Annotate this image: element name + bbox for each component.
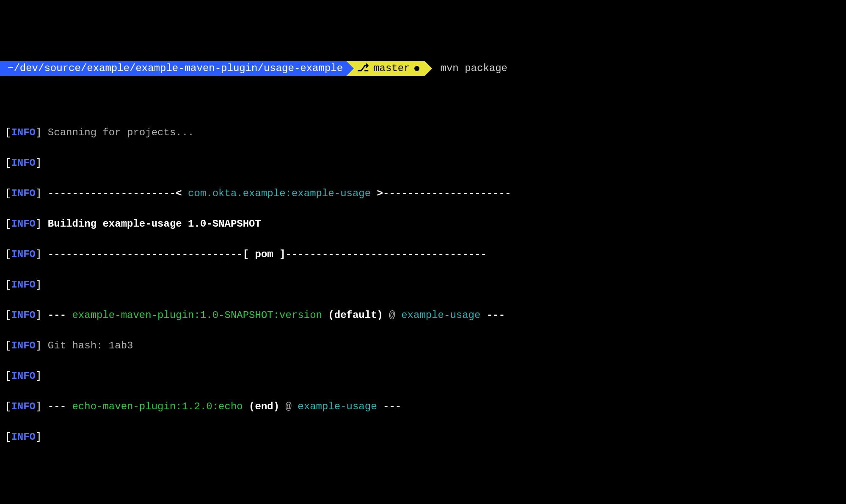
plugin-end: (end)	[243, 401, 279, 412]
info-tag: INFO	[11, 431, 36, 443]
info-tag: INFO	[11, 310, 36, 321]
output-line: [INFO] --- example-maven-plugin:1.0-SNAP…	[5, 308, 841, 323]
info-tag: INFO	[11, 188, 36, 199]
git-branch-icon: ⎇	[357, 61, 369, 76]
plugin-at: @	[279, 401, 298, 412]
info-tag: INFO	[11, 370, 36, 382]
info-tag: INFO	[11, 157, 36, 169]
bracket-open: [	[5, 431, 11, 443]
info-tag: INFO	[11, 340, 36, 351]
prompt-command: mvn package	[432, 61, 507, 76]
bracket-close: ]	[36, 431, 41, 443]
bracket-open: [	[5, 310, 11, 321]
plugin-default: (default)	[322, 310, 383, 321]
header-dashes: ---------------------<	[48, 188, 188, 199]
pom-dashes: ]---------------------------------	[273, 249, 487, 260]
output-line: [INFO]	[5, 156, 841, 171]
plugin-project: example-usage	[298, 401, 377, 412]
output-line: [INFO]	[5, 430, 841, 445]
bracket-open: [	[5, 340, 11, 351]
bracket-open: [	[5, 157, 11, 169]
plugin-dashes: ---	[480, 310, 505, 321]
terminal-output: [INFO] Scanning for projects... [INFO] […	[0, 107, 846, 504]
bracket-open: [	[5, 401, 11, 412]
output-line: [INFO] Scanning for projects...	[5, 125, 841, 140]
output-line: [INFO] --- echo-maven-plugin:1.2.0:echo …	[5, 399, 841, 414]
command-text: mvn package	[441, 61, 507, 76]
info-tag: INFO	[11, 279, 36, 290]
header-dashes: >---------------------	[371, 188, 511, 199]
plugin-name: example-maven-plugin:1.0-SNAPSHOT:versio…	[72, 310, 322, 321]
branch-arrow-icon	[424, 61, 432, 76]
output-line: [INFO] --------------------------------[…	[5, 247, 841, 262]
bracket-open: [	[5, 249, 11, 260]
bracket-close: ]	[36, 340, 41, 351]
prompt-path: ~/dev/source/example/example-maven-plugi…	[0, 61, 346, 76]
bracket-close: ]	[36, 249, 41, 260]
bracket-open: [	[5, 370, 11, 382]
pom-label: pom	[255, 249, 273, 260]
output-line: [INFO]	[5, 277, 841, 293]
output-line: [INFO]	[5, 369, 841, 384]
plugin-dashes: ---	[377, 401, 402, 412]
info-tag: INFO	[11, 218, 36, 230]
dirty-indicator-icon	[414, 66, 419, 71]
plugin-at: @	[383, 310, 401, 321]
branch-name: master	[373, 61, 410, 76]
output-line	[5, 490, 841, 504]
bracket-open: [	[5, 279, 11, 290]
output-line: [INFO] Building example-usage 1.0-SNAPSH…	[5, 216, 841, 232]
bracket-close: ]	[36, 157, 41, 169]
bracket-close: ]	[36, 127, 41, 138]
building-text: Building example-usage 1.0-SNAPSHOT	[48, 218, 261, 230]
plugin-dashes: ---	[48, 310, 72, 321]
info-tag: INFO	[11, 401, 36, 412]
output-line: [INFO] Git hash: 1ab3	[5, 338, 841, 353]
output-line: [INFO] ---------------------< com.okta.e…	[5, 186, 841, 201]
plugin-project: example-usage	[401, 310, 480, 321]
bracket-open: [	[5, 188, 11, 199]
bracket-close: ]	[36, 310, 41, 321]
path-arrow-icon	[346, 61, 354, 76]
project-coordinates: com.okta.example:example-usage	[188, 188, 371, 199]
bracket-close: ]	[36, 279, 41, 290]
git-hash-text: Git hash: 1ab3	[48, 340, 133, 351]
prompt-line[interactable]: ~/dev/source/example/example-maven-plugi…	[0, 61, 846, 76]
output-line	[5, 460, 841, 475]
path-text: ~/dev/source/example/example-maven-plugi…	[8, 61, 343, 76]
bracket-open: [	[5, 127, 11, 138]
plugin-name: echo-maven-plugin:1.2.0:echo	[72, 401, 243, 412]
info-tag: INFO	[11, 127, 36, 138]
pom-dashes: --------------------------------[	[48, 249, 255, 260]
bracket-close: ]	[36, 370, 41, 382]
bracket-close: ]	[36, 218, 41, 230]
scanning-text: Scanning for projects...	[48, 127, 194, 138]
info-tag: INFO	[11, 249, 36, 260]
plugin-dashes: ---	[48, 401, 72, 412]
bracket-close: ]	[36, 188, 41, 199]
prompt-branch: ⎇ master	[346, 61, 424, 76]
bracket-open: [	[5, 218, 11, 230]
bracket-close: ]	[36, 401, 41, 412]
